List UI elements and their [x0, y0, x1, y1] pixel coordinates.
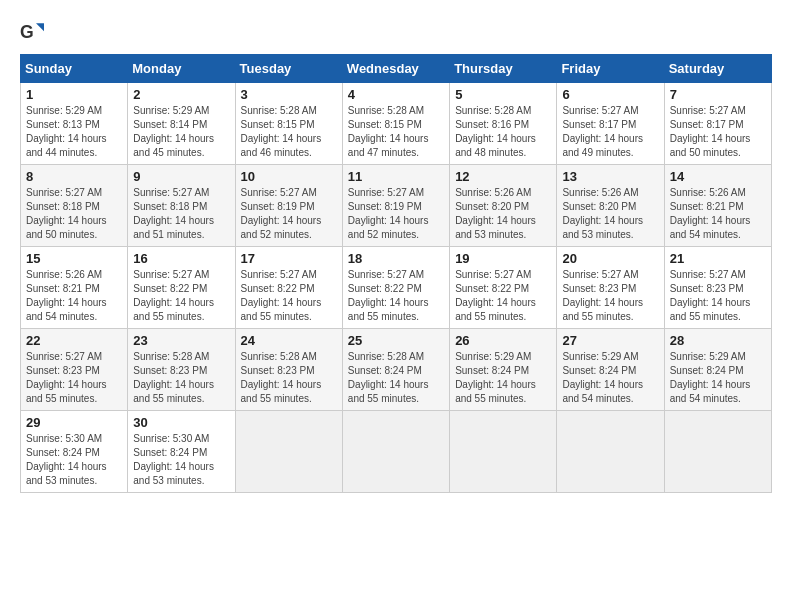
day-number: 15: [26, 251, 122, 266]
calendar-cell: 26Sunrise: 5:29 AMSunset: 8:24 PMDayligh…: [450, 329, 557, 411]
day-number: 16: [133, 251, 229, 266]
calendar-cell: [664, 411, 771, 493]
day-number: 5: [455, 87, 551, 102]
calendar-cell: 7Sunrise: 5:27 AMSunset: 8:17 PMDaylight…: [664, 83, 771, 165]
calendar-cell: 11Sunrise: 5:27 AMSunset: 8:19 PMDayligh…: [342, 165, 449, 247]
calendar-week-2: 8Sunrise: 5:27 AMSunset: 8:18 PMDaylight…: [21, 165, 772, 247]
calendar-cell: 20Sunrise: 5:27 AMSunset: 8:23 PMDayligh…: [557, 247, 664, 329]
day-number: 10: [241, 169, 337, 184]
day-info: Sunrise: 5:27 AMSunset: 8:22 PMDaylight:…: [133, 268, 229, 324]
calendar-cell: 27Sunrise: 5:29 AMSunset: 8:24 PMDayligh…: [557, 329, 664, 411]
day-info: Sunrise: 5:28 AMSunset: 8:23 PMDaylight:…: [133, 350, 229, 406]
calendar-cell: 29Sunrise: 5:30 AMSunset: 8:24 PMDayligh…: [21, 411, 128, 493]
day-info: Sunrise: 5:30 AMSunset: 8:24 PMDaylight:…: [26, 432, 122, 488]
day-info: Sunrise: 5:27 AMSunset: 8:19 PMDaylight:…: [241, 186, 337, 242]
day-info: Sunrise: 5:27 AMSunset: 8:23 PMDaylight:…: [562, 268, 658, 324]
day-header-saturday: Saturday: [664, 55, 771, 83]
day-number: 1: [26, 87, 122, 102]
day-number: 30: [133, 415, 229, 430]
day-info: Sunrise: 5:27 AMSunset: 8:23 PMDaylight:…: [26, 350, 122, 406]
day-header-sunday: Sunday: [21, 55, 128, 83]
calendar-cell: [342, 411, 449, 493]
day-number: 21: [670, 251, 766, 266]
day-header-monday: Monday: [128, 55, 235, 83]
day-number: 23: [133, 333, 229, 348]
day-header-thursday: Thursday: [450, 55, 557, 83]
day-info: Sunrise: 5:27 AMSunset: 8:23 PMDaylight:…: [670, 268, 766, 324]
calendar-week-3: 15Sunrise: 5:26 AMSunset: 8:21 PMDayligh…: [21, 247, 772, 329]
page-header: G: [20, 20, 772, 44]
day-number: 28: [670, 333, 766, 348]
day-info: Sunrise: 5:26 AMSunset: 8:20 PMDaylight:…: [562, 186, 658, 242]
day-header-tuesday: Tuesday: [235, 55, 342, 83]
calendar-cell: 2Sunrise: 5:29 AMSunset: 8:14 PMDaylight…: [128, 83, 235, 165]
day-number: 14: [670, 169, 766, 184]
day-info: Sunrise: 5:27 AMSunset: 8:22 PMDaylight:…: [455, 268, 551, 324]
calendar-cell: 1Sunrise: 5:29 AMSunset: 8:13 PMDaylight…: [21, 83, 128, 165]
day-number: 6: [562, 87, 658, 102]
calendar-cell: 22Sunrise: 5:27 AMSunset: 8:23 PMDayligh…: [21, 329, 128, 411]
day-number: 24: [241, 333, 337, 348]
day-info: Sunrise: 5:28 AMSunset: 8:16 PMDaylight:…: [455, 104, 551, 160]
day-info: Sunrise: 5:28 AMSunset: 8:15 PMDaylight:…: [348, 104, 444, 160]
day-info: Sunrise: 5:29 AMSunset: 8:24 PMDaylight:…: [670, 350, 766, 406]
calendar-cell: 13Sunrise: 5:26 AMSunset: 8:20 PMDayligh…: [557, 165, 664, 247]
day-number: 8: [26, 169, 122, 184]
calendar-cell: 15Sunrise: 5:26 AMSunset: 8:21 PMDayligh…: [21, 247, 128, 329]
day-header-wednesday: Wednesday: [342, 55, 449, 83]
day-number: 25: [348, 333, 444, 348]
day-number: 12: [455, 169, 551, 184]
calendar-cell: 16Sunrise: 5:27 AMSunset: 8:22 PMDayligh…: [128, 247, 235, 329]
calendar-cell: 4Sunrise: 5:28 AMSunset: 8:15 PMDaylight…: [342, 83, 449, 165]
day-info: Sunrise: 5:28 AMSunset: 8:23 PMDaylight:…: [241, 350, 337, 406]
day-info: Sunrise: 5:26 AMSunset: 8:21 PMDaylight:…: [26, 268, 122, 324]
day-number: 9: [133, 169, 229, 184]
calendar-cell: 25Sunrise: 5:28 AMSunset: 8:24 PMDayligh…: [342, 329, 449, 411]
day-info: Sunrise: 5:29 AMSunset: 8:14 PMDaylight:…: [133, 104, 229, 160]
day-number: 22: [26, 333, 122, 348]
day-info: Sunrise: 5:27 AMSunset: 8:18 PMDaylight:…: [133, 186, 229, 242]
calendar-cell: 8Sunrise: 5:27 AMSunset: 8:18 PMDaylight…: [21, 165, 128, 247]
calendar-cell: 10Sunrise: 5:27 AMSunset: 8:19 PMDayligh…: [235, 165, 342, 247]
calendar-cell: 17Sunrise: 5:27 AMSunset: 8:22 PMDayligh…: [235, 247, 342, 329]
day-number: 18: [348, 251, 444, 266]
day-info: Sunrise: 5:26 AMSunset: 8:20 PMDaylight:…: [455, 186, 551, 242]
day-number: 19: [455, 251, 551, 266]
day-number: 29: [26, 415, 122, 430]
calendar-cell: 9Sunrise: 5:27 AMSunset: 8:18 PMDaylight…: [128, 165, 235, 247]
day-info: Sunrise: 5:28 AMSunset: 8:15 PMDaylight:…: [241, 104, 337, 160]
day-info: Sunrise: 5:27 AMSunset: 8:18 PMDaylight:…: [26, 186, 122, 242]
svg-text:G: G: [20, 22, 34, 42]
calendar-cell: 23Sunrise: 5:28 AMSunset: 8:23 PMDayligh…: [128, 329, 235, 411]
calendar-cell: 5Sunrise: 5:28 AMSunset: 8:16 PMDaylight…: [450, 83, 557, 165]
day-info: Sunrise: 5:29 AMSunset: 8:13 PMDaylight:…: [26, 104, 122, 160]
day-number: 3: [241, 87, 337, 102]
day-number: 2: [133, 87, 229, 102]
day-header-friday: Friday: [557, 55, 664, 83]
day-info: Sunrise: 5:27 AMSunset: 8:22 PMDaylight:…: [241, 268, 337, 324]
calendar-cell: 14Sunrise: 5:26 AMSunset: 8:21 PMDayligh…: [664, 165, 771, 247]
calendar-cell: [450, 411, 557, 493]
calendar-cell: 24Sunrise: 5:28 AMSunset: 8:23 PMDayligh…: [235, 329, 342, 411]
day-number: 11: [348, 169, 444, 184]
day-number: 4: [348, 87, 444, 102]
calendar-cell: [557, 411, 664, 493]
calendar-cell: [235, 411, 342, 493]
logo-icon: G: [20, 20, 44, 44]
calendar-cell: 19Sunrise: 5:27 AMSunset: 8:22 PMDayligh…: [450, 247, 557, 329]
calendar-cell: 30Sunrise: 5:30 AMSunset: 8:24 PMDayligh…: [128, 411, 235, 493]
calendar-cell: 28Sunrise: 5:29 AMSunset: 8:24 PMDayligh…: [664, 329, 771, 411]
day-info: Sunrise: 5:27 AMSunset: 8:19 PMDaylight:…: [348, 186, 444, 242]
calendar-week-1: 1Sunrise: 5:29 AMSunset: 8:13 PMDaylight…: [21, 83, 772, 165]
day-info: Sunrise: 5:30 AMSunset: 8:24 PMDaylight:…: [133, 432, 229, 488]
calendar-cell: 21Sunrise: 5:27 AMSunset: 8:23 PMDayligh…: [664, 247, 771, 329]
svg-marker-1: [36, 23, 44, 31]
calendar-cell: 6Sunrise: 5:27 AMSunset: 8:17 PMDaylight…: [557, 83, 664, 165]
calendar-cell: 18Sunrise: 5:27 AMSunset: 8:22 PMDayligh…: [342, 247, 449, 329]
calendar-week-4: 22Sunrise: 5:27 AMSunset: 8:23 PMDayligh…: [21, 329, 772, 411]
calendar-week-5: 29Sunrise: 5:30 AMSunset: 8:24 PMDayligh…: [21, 411, 772, 493]
day-info: Sunrise: 5:27 AMSunset: 8:17 PMDaylight:…: [670, 104, 766, 160]
day-info: Sunrise: 5:29 AMSunset: 8:24 PMDaylight:…: [455, 350, 551, 406]
day-info: Sunrise: 5:26 AMSunset: 8:21 PMDaylight:…: [670, 186, 766, 242]
calendar-cell: 12Sunrise: 5:26 AMSunset: 8:20 PMDayligh…: [450, 165, 557, 247]
